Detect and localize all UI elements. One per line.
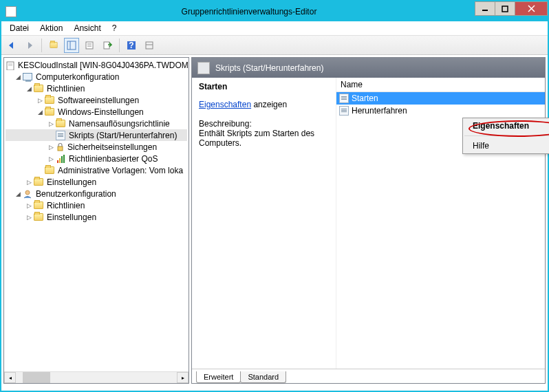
tree-admin[interactable]: Administrative Vorlagen: Vom loka <box>6 164 187 176</box>
titlebar: Gruppenrichtlinienverwaltungs-Editor <box>1 1 548 21</box>
tree-namens[interactable]: ▷Namensauflösungsrichtlinie <box>6 118 187 129</box>
description-label: Beschreibung: <box>199 119 329 129</box>
scroll-left-icon[interactable]: ◂ <box>4 372 16 383</box>
svg-rect-4 <box>67 41 76 50</box>
context-menu: Eigenschaften Hilfe <box>462 118 549 154</box>
tree-software[interactable]: ▷Softwareeinstellungen <box>6 94 187 106</box>
tree-u-einstellungen[interactable]: ▷Einstellungen <box>6 211 187 223</box>
back-button[interactable] <box>4 38 19 53</box>
context-menu-help[interactable]: Hilfe <box>463 138 549 153</box>
svg-rect-6 <box>86 42 93 49</box>
svg-rect-1 <box>502 6 508 12</box>
toolbar: ? <box>1 36 548 55</box>
context-menu-properties[interactable]: Eigenschaften <box>463 118 549 133</box>
tree-pane: KESCloudInstall [WIN-8G04J0436PA.TWDOMA … <box>3 57 189 384</box>
detail-list: Name Starten Herunterfahren Eigenschafte… <box>336 78 545 369</box>
show-tree-button[interactable] <box>64 38 79 53</box>
tree-u-richtlinien[interactable]: ▷Richtlinien <box>6 199 187 211</box>
tree-scrollbar[interactable]: ◂ ▸ <box>4 371 189 383</box>
detail-pane: Skripts (Start/Herunterfahren) Starten E… <box>191 57 546 384</box>
tree-computer-config[interactable]: ◢Computerkonfiguration <box>6 71 187 83</box>
menubar: Datei Aktion Ansicht ? <box>1 21 548 36</box>
tree-einstellungen[interactable]: ▷Einstellungen <box>6 176 187 188</box>
tab-standard[interactable]: Standard <box>240 371 286 383</box>
tree-windows[interactable]: ◢Windows-Einstellungen <box>6 106 187 118</box>
detail-tabs: Erweitert Standard <box>192 369 545 383</box>
menu-ansicht[interactable]: Ansicht <box>68 22 106 34</box>
detail-header: Skripts (Start/Herunterfahren) <box>192 58 545 78</box>
properties-link[interactable]: Eigenschaften <box>199 100 251 109</box>
svg-text:?: ? <box>129 41 133 50</box>
svg-rect-12 <box>146 42 153 49</box>
export-button[interactable] <box>100 38 115 53</box>
tab-erweitert[interactable]: Erweitert <box>196 371 241 383</box>
forward-button[interactable] <box>22 38 37 53</box>
content-area: KESCloudInstall [WIN-8G04J0436PA.TWDOMA … <box>1 55 548 386</box>
menu-help[interactable]: ? <box>107 22 122 34</box>
detail-info: Starten Eigenschaften anzeigen Beschreib… <box>192 78 336 369</box>
help-icon[interactable]: ? <box>124 38 139 53</box>
menu-datei[interactable]: Datei <box>4 22 34 34</box>
properties-button[interactable] <box>82 38 97 53</box>
script-icon <box>339 106 349 116</box>
script-icon <box>197 62 210 74</box>
detail-title: Skripts (Start/Herunterfahren) <box>215 63 323 73</box>
list-row-start[interactable]: Starten <box>336 92 545 105</box>
tree-qos[interactable]: ▷Richtlinienbasierter QoS <box>6 153 187 164</box>
up-button[interactable] <box>46 38 61 53</box>
svg-rect-17 <box>58 146 63 151</box>
app-icon <box>6 6 17 17</box>
detail-selected-name: Starten <box>199 82 329 91</box>
scroll-thumb[interactable] <box>23 372 50 383</box>
menu-separator <box>464 135 549 136</box>
minimize-button[interactable] <box>475 1 495 16</box>
scroll-right-icon[interactable]: ▸ <box>177 372 189 383</box>
list-row-stop[interactable]: Herunterfahren <box>336 105 545 117</box>
description-text: Enthält Skripts zum Starten des Computer… <box>199 129 329 148</box>
close-button[interactable] <box>515 1 548 16</box>
svg-rect-9 <box>104 42 109 49</box>
filter-button[interactable] <box>142 38 157 53</box>
column-header-name[interactable]: Name <box>336 78 545 92</box>
tree-skripts[interactable]: Skripts (Start/Herunterfahren) <box>6 129 187 141</box>
tree[interactable]: KESCloudInstall [WIN-8G04J0436PA.TWDOMA … <box>4 58 189 371</box>
window: Gruppenrichtlinienverwaltungs-Editor Dat… <box>0 0 549 392</box>
maximize-button[interactable] <box>495 1 515 16</box>
svg-point-18 <box>25 190 30 195</box>
svg-rect-14 <box>7 62 14 70</box>
menu-aktion[interactable]: Aktion <box>34 22 68 34</box>
window-title: Gruppenrichtlinienverwaltungs-Editor <box>19 7 548 17</box>
tree-user-config[interactable]: ◢Benutzerkonfiguration <box>6 188 187 199</box>
window-controls <box>475 1 548 16</box>
tree-richtlinien[interactable]: ◢Richtlinien <box>6 83 187 94</box>
script-icon <box>339 94 349 103</box>
tree-root-label: KESCloudInstall [WIN-8G04J0436PA.TWDOMA <box>18 61 189 70</box>
tree-security[interactable]: ▷Sicherheitseinstellungen <box>6 141 187 153</box>
tree-root[interactable]: KESCloudInstall [WIN-8G04J0436PA.TWDOMA <box>6 59 187 71</box>
